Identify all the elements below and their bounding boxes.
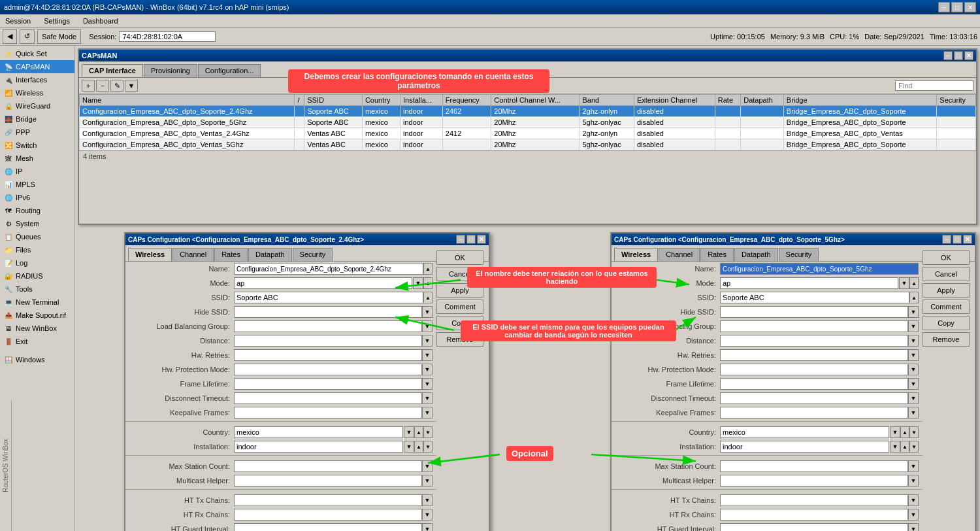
sidebar-item-quickset[interactable]: ⚡ Quick Set bbox=[0, 47, 74, 60]
dialog-left-copy-btn[interactable]: Copy bbox=[436, 316, 483, 330]
sidebar-item-files[interactable]: 📁 Files bbox=[0, 243, 74, 256]
form-left-lb-input[interactable] bbox=[234, 320, 422, 332]
capsman-close-btn[interactable]: ✕ bbox=[964, 51, 973, 60]
dialog-right-window-btns[interactable]: ─ □ ✕ bbox=[942, 235, 972, 244]
form-right-country-scroll-up[interactable]: ▲ bbox=[900, 426, 909, 438]
dialog-right-remove-btn[interactable]: Remove bbox=[923, 332, 970, 347]
dialog-right-apply-btn[interactable]: Apply bbox=[923, 283, 970, 298]
form-right-disconnect-arrow[interactable]: ▼ bbox=[908, 392, 919, 404]
table-row[interactable]: Configuracion_Empresa_ABC_dpto_Ventas_5G… bbox=[80, 139, 976, 150]
sidebar-item-supout[interactable]: 📤 Make Supout.rif bbox=[0, 309, 74, 322]
tab-configuration[interactable]: Configuration... bbox=[198, 64, 261, 77]
form-right-frame-arrow[interactable]: ▼ bbox=[908, 378, 919, 390]
tab-left-security[interactable]: Security bbox=[293, 248, 333, 261]
menu-settings[interactable]: Settings bbox=[41, 16, 73, 26]
dialog-left-minimize-btn[interactable]: ─ bbox=[456, 235, 465, 244]
form-left-name-input[interactable] bbox=[234, 263, 423, 275]
sidebar-item-wireguard[interactable]: 🔒 WireGuard bbox=[0, 99, 74, 112]
col-freq[interactable]: Frequency bbox=[442, 95, 491, 106]
form-left-mode-scroll[interactable]: ▲ bbox=[423, 277, 433, 289]
sidebar-item-log[interactable]: 📝 Log bbox=[0, 256, 74, 269]
form-right-country-arrow[interactable]: ▼ bbox=[890, 426, 900, 438]
col-security[interactable]: Security bbox=[937, 95, 976, 106]
form-left-htguard-input[interactable] bbox=[234, 523, 422, 531]
form-left-ssid-input[interactable] bbox=[234, 292, 423, 303]
capsman-maximize-btn[interactable]: □ bbox=[954, 51, 963, 60]
dialog-right-comment-btn[interactable]: Comment bbox=[923, 300, 970, 314]
dialog-right-close-btn[interactable]: ✕ bbox=[963, 235, 972, 244]
col-country[interactable]: Country bbox=[362, 95, 400, 106]
sidebar-item-radius[interactable]: 🔐 RADIUS bbox=[0, 269, 74, 283]
form-right-hwretries-input[interactable] bbox=[720, 349, 908, 361]
table-row[interactable]: Configuracion_Empresa_ABC_dpto_Soporte_2… bbox=[80, 106, 976, 117]
form-left-maxstation-arrow[interactable]: ▼ bbox=[422, 460, 433, 472]
session-input[interactable] bbox=[119, 31, 216, 42]
form-left-hwretries-arrow[interactable]: ▼ bbox=[422, 349, 433, 361]
remove-btn[interactable]: − bbox=[96, 80, 109, 92]
form-right-lb-input[interactable] bbox=[720, 320, 908, 332]
dialog-right-maximize-btn[interactable]: □ bbox=[953, 235, 962, 244]
form-right-lb-arrow[interactable]: ▼ bbox=[908, 320, 919, 332]
add-btn[interactable]: + bbox=[82, 80, 95, 92]
form-right-country-scroll-down[interactable]: ▼ bbox=[909, 426, 919, 438]
form-left-keepalive-input[interactable] bbox=[234, 407, 422, 419]
form-left-ssid-scroll[interactable]: ▲ bbox=[423, 292, 433, 303]
menu-session[interactable]: Session bbox=[3, 16, 33, 26]
edit-btn[interactable]: ✎ bbox=[110, 80, 123, 92]
form-left-hide-ssid-input[interactable] bbox=[234, 306, 422, 318]
capsman-window-btns[interactable]: ─ □ ✕ bbox=[943, 51, 973, 60]
form-left-htrx-input[interactable] bbox=[234, 509, 422, 521]
form-left-multicast-arrow[interactable]: ▼ bbox=[422, 475, 433, 487]
form-right-htguard-input[interactable] bbox=[720, 523, 908, 531]
sidebar-item-ppp[interactable]: 🔗 PPP bbox=[0, 126, 74, 139]
form-right-mode-scroll[interactable]: ▲ bbox=[909, 277, 919, 289]
form-right-hwprot-input[interactable] bbox=[720, 364, 908, 375]
form-right-maxstation-arrow[interactable]: ▼ bbox=[908, 460, 919, 472]
sidebar-item-newterminal[interactable]: 💻 New Terminal bbox=[0, 296, 74, 309]
tab-right-rates[interactable]: Rates bbox=[700, 248, 734, 261]
tab-cap-interface[interactable]: CAP Interface bbox=[82, 64, 143, 77]
tab-right-security[interactable]: Security bbox=[779, 248, 819, 261]
form-left-httx-arrow[interactable]: ▼ bbox=[422, 494, 433, 506]
form-left-multicast-input[interactable] bbox=[234, 475, 422, 487]
form-right-country-input[interactable] bbox=[720, 426, 889, 438]
sidebar-item-bridge[interactable]: 🌉 Bridge bbox=[0, 112, 74, 126]
form-right-ssid-scroll[interactable]: ▲ bbox=[909, 292, 919, 303]
dialog-left-ok-btn[interactable]: OK bbox=[436, 250, 483, 265]
form-left-mode-arrow[interactable]: ▼ bbox=[413, 277, 423, 289]
sidebar-item-system[interactable]: ⚙ System bbox=[0, 217, 74, 230]
form-left-country-scroll-up[interactable]: ▲ bbox=[414, 426, 423, 438]
form-right-hwprot-arrow[interactable]: ▼ bbox=[908, 364, 919, 375]
col-ssid[interactable]: SSID bbox=[304, 95, 363, 106]
form-left-install-input[interactable] bbox=[234, 441, 403, 453]
form-left-disconnect-arrow[interactable]: ▼ bbox=[422, 392, 433, 404]
form-right-htrx-input[interactable] bbox=[720, 509, 908, 521]
form-right-install-input[interactable] bbox=[720, 441, 889, 453]
tab-left-rates[interactable]: Rates bbox=[214, 248, 248, 261]
sidebar-item-mesh[interactable]: 🕸 Mesh bbox=[0, 152, 74, 165]
form-left-country-scroll-down[interactable]: ▼ bbox=[423, 426, 433, 438]
form-left-hide-ssid-arrow[interactable]: ▼ bbox=[422, 306, 433, 318]
sidebar-item-ip[interactable]: 🌐 IP bbox=[0, 165, 74, 178]
sidebar-item-mpls[interactable]: 📊 MPLS bbox=[0, 178, 74, 191]
sidebar-item-switch[interactable]: 🔀 Switch bbox=[0, 139, 74, 152]
tab-left-datapath[interactable]: Datapath bbox=[248, 248, 292, 261]
tab-right-wireless[interactable]: Wireless bbox=[614, 248, 658, 261]
back-btn[interactable]: ◀ bbox=[3, 29, 17, 44]
dialog-left-window-btns[interactable]: ─ □ ✕ bbox=[456, 235, 486, 244]
dialog-right-cancel-btn[interactable]: Cancel bbox=[923, 267, 970, 281]
form-left-maxstation-input[interactable] bbox=[234, 460, 422, 472]
col-ext[interactable]: Extension Channel bbox=[634, 95, 715, 106]
form-left-install-scroll-down[interactable]: ▼ bbox=[423, 441, 433, 453]
form-right-hide-ssid-input[interactable] bbox=[720, 306, 908, 318]
dialog-left-apply-btn[interactable]: Apply bbox=[436, 283, 483, 298]
form-right-install-scroll-down[interactable]: ▼ bbox=[909, 441, 919, 453]
form-right-keepalive-arrow[interactable]: ▼ bbox=[908, 407, 919, 419]
form-right-httx-arrow[interactable]: ▼ bbox=[908, 494, 919, 506]
form-left-keepalive-arrow[interactable]: ▼ bbox=[422, 407, 433, 419]
sidebar-item-interfaces[interactable]: 🔌 Interfaces bbox=[0, 73, 74, 86]
form-left-frame-input[interactable] bbox=[234, 378, 422, 390]
col-band[interactable]: Band bbox=[580, 95, 634, 106]
tab-right-channel[interactable]: Channel bbox=[659, 248, 700, 261]
dialog-left-close-btn[interactable]: ✕ bbox=[477, 235, 486, 244]
